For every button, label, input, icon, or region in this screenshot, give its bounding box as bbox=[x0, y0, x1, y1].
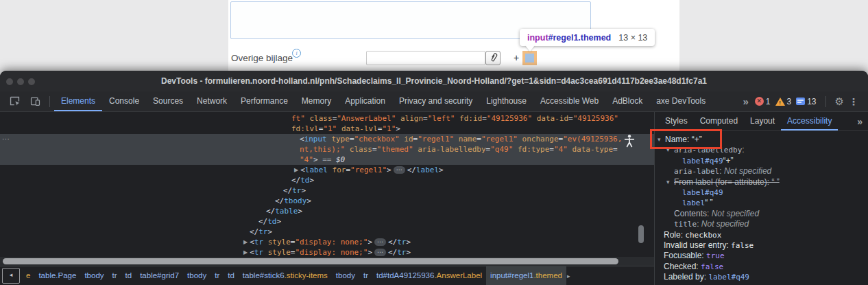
tab-memory[interactable]: Memory bbox=[295, 91, 338, 111]
breadcrumb-item[interactable]: tr bbox=[359, 266, 372, 285]
accessibility-property-row: Contents: Not specified bbox=[674, 209, 759, 219]
tab-adblock[interactable]: AdBlock bbox=[605, 91, 649, 111]
breadcrumb-item[interactable]: table#stick6.sticky-items bbox=[239, 266, 332, 285]
screenshot-root: Overige bijlage i + input#regel1.themed … bbox=[0, 0, 868, 285]
inline-ellipsis-badge[interactable]: ⋯ bbox=[374, 238, 386, 246]
tab-performance[interactable]: Performance bbox=[234, 91, 295, 111]
breadcrumb-item[interactable]: td bbox=[121, 266, 136, 285]
inspected-checkbox[interactable] bbox=[525, 54, 534, 62]
info-icon[interactable]: i bbox=[292, 49, 301, 58]
toolbar-right-group: » ✕ 1 ! 3 13 ⚙ ⋮ bbox=[743, 95, 864, 107]
elements-tree-node[interactable]: ft" class="AnswerLabel" align="left" fd:… bbox=[291, 113, 618, 124]
elements-tree-node[interactable]: <input type="checkbox" id="regel1" name=… bbox=[300, 134, 622, 144]
inline-ellipsis-badge[interactable]: ⋯ bbox=[374, 249, 386, 256]
node-link[interactable]: label#q49 bbox=[708, 273, 749, 282]
elements-tree-node[interactable]: ▶<tr style="display: none;">⋯</tr> bbox=[243, 237, 411, 247]
tab-network[interactable]: Network bbox=[190, 91, 234, 111]
tab-elements[interactable]: Elements bbox=[54, 91, 102, 111]
elements-tree-node[interactable]: </table> bbox=[266, 206, 302, 216]
elements-tree-node[interactable]: </tr> bbox=[250, 227, 272, 237]
devtools-main: ft" class="AnswerLabel" align="left" fd:… bbox=[0, 112, 868, 285]
sidebar-tab-computed[interactable]: Computed bbox=[694, 112, 744, 130]
inline-ellipsis-badge[interactable]: ⋯ bbox=[394, 166, 405, 174]
accessibility-property-row: title: Not specified bbox=[674, 219, 749, 229]
accessibility-property-row: label#q49 bbox=[682, 187, 723, 198]
breadcrumb-item[interactable]: tr bbox=[108, 266, 121, 285]
paperclip-icon bbox=[486, 50, 501, 65]
vertical-scrollbar-thumb[interactable] bbox=[638, 225, 644, 243]
warning-badge[interactable]: ! 3 bbox=[775, 97, 792, 106]
tab-accessible-web[interactable]: Accessible Web bbox=[533, 91, 605, 111]
breadcrumb-item[interactable]: tr bbox=[210, 266, 224, 285]
elements-tree-node[interactable]: </td> bbox=[291, 175, 314, 185]
accessibility-property-row[interactable]: ▾From label (for= attribute): “ ” bbox=[674, 177, 780, 187]
elements-tree-node[interactable]: fd:lvl="1" data-lvl="1"> bbox=[291, 124, 400, 134]
node-link[interactable]: label#q49 bbox=[682, 188, 723, 197]
elements-tree-node[interactable]: ▶<tr style="display: none;">⋯</tr> bbox=[243, 247, 411, 258]
elements-tree-node[interactable]: </tr> bbox=[283, 185, 306, 196]
elements-tree-node[interactable]: </td> bbox=[258, 216, 281, 227]
expand-triangle-icon[interactable]: ▾ bbox=[666, 177, 670, 187]
error-icon: ✕ bbox=[755, 97, 764, 106]
window-zoom-button[interactable] bbox=[28, 78, 35, 85]
device-toolbar-icon[interactable] bbox=[28, 95, 42, 109]
issues-badge[interactable]: 13 bbox=[796, 97, 816, 106]
inspect-element-icon[interactable] bbox=[8, 95, 21, 109]
elements-tree-node[interactable]: nt,this);" class="themed" aria-labelledb… bbox=[300, 144, 618, 155]
error-badge[interactable]: ✕ 1 bbox=[755, 97, 771, 106]
window-title: DevTools - formulieren.noord-holland.nl/… bbox=[0, 71, 868, 91]
warning-icon: ! bbox=[775, 97, 785, 106]
horizontal-scrollbar-thumb[interactable] bbox=[3, 258, 618, 264]
settings-gear-icon[interactable]: ⚙ bbox=[835, 96, 844, 106]
breadcrumb-item[interactable]: table.Page bbox=[34, 266, 80, 285]
window-close-button[interactable] bbox=[6, 78, 13, 85]
breadcrumb-item[interactable]: tbody bbox=[332, 266, 359, 285]
node-link[interactable]: label#q49 bbox=[682, 157, 723, 166]
breadcrumb-item[interactable]: table#grid7 bbox=[136, 266, 183, 285]
tab-privacy-and-security[interactable]: Privacy and security bbox=[392, 91, 479, 111]
breadcrumb-item[interactable]: tbody bbox=[183, 266, 210, 285]
tooltip-pointer bbox=[525, 45, 535, 52]
breadcrumb-item[interactable]: tbody bbox=[80, 266, 108, 285]
breadcrumb-back-button[interactable]: ◂ bbox=[2, 268, 20, 284]
attach-file-button[interactable] bbox=[485, 51, 501, 65]
breadcrumb-item[interactable]: td bbox=[224, 266, 239, 285]
breadcrumb-item[interactable]: input#regel1.themed bbox=[486, 266, 566, 285]
sidebar-tab-styles[interactable]: Styles bbox=[659, 112, 694, 130]
tooltip-dimensions: 13 × 13 bbox=[618, 33, 647, 43]
window-minimize-button[interactable] bbox=[17, 78, 24, 85]
sidebar-more-tabs-icon[interactable]: » bbox=[857, 116, 863, 127]
sidebar-tab-accessibility[interactable]: Accessibility bbox=[781, 112, 838, 130]
breadcrumb-items: etable.Pagetbodytrtdtable#grid7tbodytrtd… bbox=[22, 266, 566, 285]
tab-application[interactable]: Application bbox=[338, 91, 392, 111]
sidebar-tab-layout[interactable]: Layout bbox=[744, 112, 781, 130]
breadcrumb-item[interactable]: td#tdA49125936.AnswerLabel bbox=[372, 266, 486, 285]
tab-console[interactable]: Console bbox=[102, 91, 146, 111]
expand-arrow-icon[interactable]: ▶ bbox=[243, 239, 248, 245]
elements-tree-node[interactable]: </tbody> bbox=[275, 196, 311, 206]
accessibility-person-icon bbox=[623, 133, 636, 151]
accessibility-property-row: aria-label: Not specified bbox=[674, 166, 771, 176]
expand-arrow-icon[interactable]: ▶ bbox=[294, 167, 298, 173]
horizontal-scrollbar[interactable] bbox=[0, 257, 654, 266]
tab-lighthouse[interactable]: Lighthouse bbox=[479, 91, 533, 111]
accessibility-property-row: Checked: false bbox=[664, 262, 723, 272]
elements-tree-node[interactable]: "4"> == $0 bbox=[300, 155, 345, 165]
elements-tree-node[interactable]: ▶<label for="regel1">⋯</label> bbox=[294, 165, 444, 175]
file-name-input[interactable] bbox=[366, 51, 485, 65]
tab-axe-devtools[interactable]: axe DevTools bbox=[649, 91, 712, 111]
toolbar-divider bbox=[825, 96, 826, 107]
expand-arrow-icon[interactable]: ▶ bbox=[243, 249, 248, 255]
window-titlebar: DevTools - formulieren.noord-holland.nl/… bbox=[0, 71, 868, 91]
inspect-tooltip: input#regel1.themed 13 × 13 bbox=[520, 29, 655, 46]
breadcrumb-item[interactable]: e bbox=[22, 266, 34, 285]
gutter-ellipsis[interactable]: ⋯ bbox=[2, 135, 10, 144]
breadcrumb-forward-button[interactable]: ▸ bbox=[567, 273, 570, 280]
tab-sources[interactable]: Sources bbox=[146, 91, 190, 111]
more-tabs-icon[interactable]: » bbox=[743, 95, 748, 107]
kebab-menu-icon[interactable]: ⋮ bbox=[849, 97, 858, 106]
annotation-red-box bbox=[650, 129, 722, 149]
node-link[interactable]: label bbox=[682, 198, 705, 207]
sidebar-tabbar: StylesComputedLayoutAccessibility» bbox=[655, 112, 868, 131]
elements-tree-panel: ft" class="AnswerLabel" align="left" fd:… bbox=[0, 112, 654, 285]
